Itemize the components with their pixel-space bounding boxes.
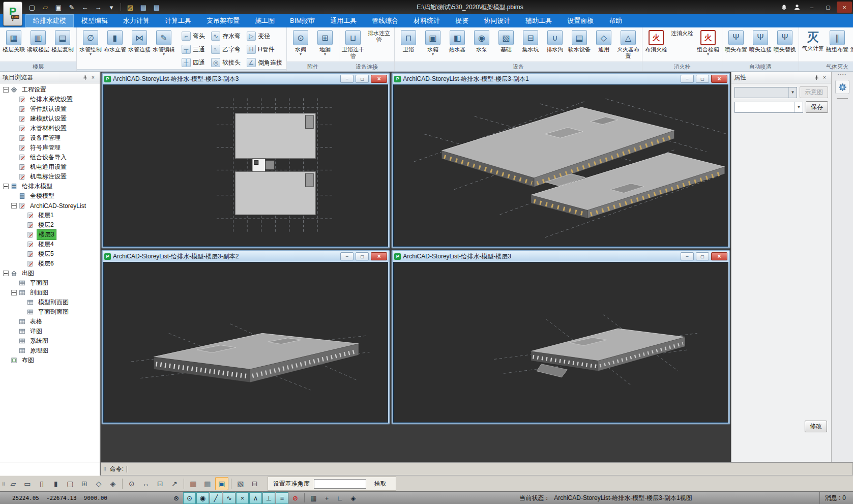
ribbon-small-button[interactable]: ⌐弯头	[180, 29, 207, 43]
restore-child-button[interactable]	[356, 75, 369, 83]
minimize-window-button[interactable]	[804, 2, 819, 13]
back-arrow-button[interactable]: ←	[79, 2, 91, 12]
ribbon-button[interactable]: ▥读取楼层	[26, 29, 50, 54]
ribbon-button[interactable]: 排水连立管	[366, 29, 392, 44]
ribbon-small-button[interactable]: ┬三通	[180, 43, 207, 56]
base-angle-input[interactable]	[314, 479, 366, 489]
ribbon-button[interactable]: △灭火器布置	[616, 29, 640, 61]
shade-mode-1-button[interactable]: ▥	[187, 477, 200, 490]
menu-tab[interactable]: 施工图	[247, 14, 282, 27]
snap-style-button[interactable]: ⊗	[170, 492, 183, 504]
ribbon-button[interactable]: ◉水泵	[470, 29, 493, 54]
maximize-window-button[interactable]	[820, 2, 836, 13]
ribbon-button[interactable]: ⋈水管连接	[128, 29, 151, 54]
tree-collapse-icon[interactable]	[3, 87, 9, 93]
tree-item[interactable]: 剖面图	[0, 288, 100, 298]
osnap-line-button[interactable]: ╱	[210, 492, 222, 504]
view-diamond-button[interactable]: ◇	[92, 477, 105, 490]
close-child-button[interactable]	[711, 75, 727, 83]
tree-item[interactable]: 楼层6	[0, 259, 100, 269]
view-box-button[interactable]: ▢	[64, 477, 77, 490]
ribbon-small-button[interactable]: ◎软接头	[209, 56, 243, 69]
pick-button[interactable]: 拾取	[370, 479, 391, 489]
tree-item[interactable]: 全楼模型	[0, 191, 100, 201]
ribbon-button[interactable]: Ψ喷头替换	[773, 29, 797, 54]
toolbar-options-button[interactable]: ▾	[106, 2, 117, 12]
tree-item[interactable]: 原理图	[0, 346, 100, 355]
tree-item[interactable]: 给排水系统设置	[0, 95, 100, 104]
save-button[interactable]: ▣	[53, 2, 64, 12]
ribbon-small-button[interactable]: ≈乙字弯	[209, 43, 243, 56]
export-report-2-button[interactable]: ▤	[151, 2, 162, 12]
ribbon-small-button[interactable]: ▷变径	[245, 29, 284, 43]
save-as-button[interactable]: ✎	[66, 2, 77, 12]
ribbon-button[interactable]: ▮布水立管	[103, 29, 127, 54]
tree-item[interactable]: ArchiCAD-StoreyList	[0, 201, 100, 211]
ribbon-button[interactable]: 火布消火栓	[644, 29, 668, 54]
menu-tab[interactable]: 模型编辑	[74, 14, 115, 27]
tree-item[interactable]: 符号库管理	[0, 143, 100, 153]
ribbon-button[interactable]: ⊟集水坑	[519, 29, 542, 54]
ribbon-small-button[interactable]: ∿存水弯	[209, 29, 243, 43]
zoom-extents-button[interactable]: ↗	[168, 477, 181, 490]
tree-item[interactable]: 管件默认设置	[0, 104, 100, 114]
ribbon-button[interactable]: ⊔卫浴连干管	[341, 29, 365, 61]
menu-tab[interactable]: 给排水建模	[25, 14, 74, 27]
view-with-page-button[interactable]: ⊟	[248, 477, 261, 490]
tree-item[interactable]: 模型剖面图	[0, 298, 100, 307]
ribbon-button[interactable]: ▧基础	[494, 29, 518, 54]
tree-collapse-icon[interactable]	[11, 290, 17, 295]
settings-gear-button[interactable]	[835, 80, 849, 94]
pin-panel-button[interactable]	[812, 73, 820, 81]
ribbon-small-button[interactable]: ┼四通	[180, 56, 207, 69]
child-window-title-bar[interactable]: P ArchiCAD-StoreyList-给排水-模型-楼层3-副本1	[393, 74, 729, 84]
menu-tab[interactable]: 管线综合	[364, 14, 406, 27]
ribbon-small-button[interactable]: ∠倒角连接	[245, 56, 284, 69]
tree-collapse-icon[interactable]	[11, 203, 17, 209]
drag-grip-icon[interactable]: ⣿	[103, 467, 107, 471]
tree-item[interactable]: 详图	[0, 327, 100, 336]
ribbon-button[interactable]: ∅水管绘制▾	[79, 29, 102, 57]
pin-panel-button[interactable]	[81, 73, 89, 81]
minimize-child-button[interactable]	[681, 75, 694, 83]
plan-view-canvas[interactable]	[103, 84, 388, 247]
grid-toggle-button[interactable]: ▦	[307, 492, 320, 504]
restore-child-button[interactable]	[356, 252, 369, 260]
ribbon-button[interactable]: ⊓卫浴	[397, 29, 420, 54]
shade-mode-2-button[interactable]: ▦	[201, 477, 214, 490]
ribbon-button[interactable]: ∪排水沟	[543, 29, 567, 54]
osnap-extension-button[interactable]: ≡	[276, 492, 288, 504]
view-wireframe-button[interactable]: ▱	[7, 477, 20, 490]
tree-item[interactable]: 设备库管理	[0, 133, 100, 143]
restore-child-button[interactable]	[696, 252, 709, 260]
menu-tab[interactable]: 辅助工具	[518, 14, 560, 27]
tree-item[interactable]: 布图	[0, 355, 100, 365]
forward-arrow-button[interactable]: →	[93, 2, 104, 12]
tree-item[interactable]: 楼层1	[0, 211, 100, 220]
ribbon-button[interactable]: 灭气灭计算	[801, 29, 825, 53]
ucs-button[interactable]: +	[320, 492, 333, 504]
tree-item[interactable]: 表格	[0, 317, 100, 327]
ribbon-button[interactable]: ✎水管编辑▾	[152, 29, 175, 57]
tree-collapse-icon[interactable]	[3, 271, 9, 276]
pan-button[interactable]: ↔	[139, 477, 153, 490]
no-snap-button[interactable]: ⊘	[289, 492, 302, 504]
close-panel-button[interactable]: ×	[820, 73, 829, 81]
tree-item[interactable]: 平面剖面图	[0, 307, 100, 317]
close-child-button[interactable]	[371, 75, 387, 83]
menu-tab[interactable]: 材料统计	[406, 14, 448, 27]
view-shaded-edges-button[interactable]: ▯	[35, 477, 48, 490]
command-input-area[interactable]: ⣿ 命令:	[101, 462, 853, 476]
drag-grip-icon[interactable]: ⣿	[2, 482, 6, 486]
child-window-title-bar[interactable]: P ArchiCAD-StoreyList-给排水-模型-楼层3-副本3	[103, 74, 389, 84]
tree-item[interactable]: 出图	[0, 269, 100, 278]
menu-tab[interactable]: BIM报审	[282, 14, 322, 27]
child-window-title-bar[interactable]: P ArchiCAD-StoreyList-给排水-模型-楼层3	[393, 251, 729, 261]
tree-collapse-icon[interactable]	[3, 184, 9, 189]
ribbon-button[interactable]: ▦泄压装置	[850, 29, 853, 54]
minimize-child-button[interactable]	[681, 252, 694, 260]
nav-compass-button[interactable]: ◈	[347, 492, 360, 504]
ribbon-button[interactable]: 火组合栓箱▾	[696, 29, 720, 57]
modify-button[interactable]: 修改	[805, 421, 827, 432]
ortho-button[interactable]: ∟	[334, 492, 346, 504]
